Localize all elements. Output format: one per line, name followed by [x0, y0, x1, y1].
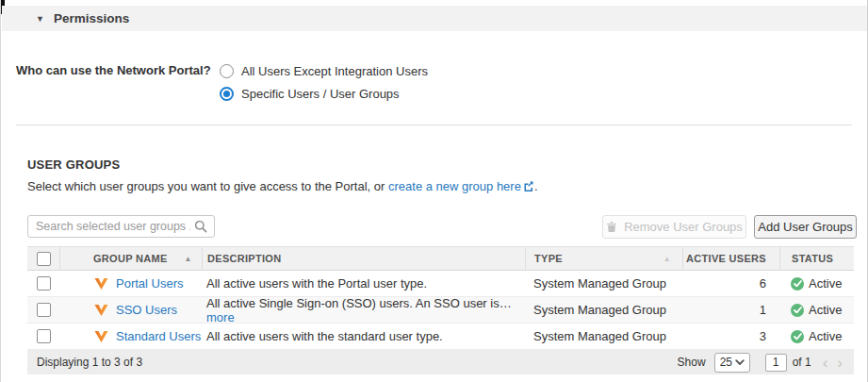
group-name-link[interactable]: Portal Users: [116, 276, 184, 291]
table-row: SSO Users All active Single Sign-on (SSO…: [27, 297, 854, 324]
page-number-input[interactable]: [765, 354, 787, 372]
sort-inactive-icon[interactable]: ▲: [663, 255, 671, 263]
group-name-link[interactable]: Standard Users: [116, 329, 201, 343]
page-size-select[interactable]: 25: [714, 353, 750, 373]
table-row: Standard Users All active users with the…: [27, 324, 854, 350]
group-description: All active users with the standard user …: [206, 329, 443, 343]
radio-option-specific-users-label: Specific Users / User Groups: [241, 87, 400, 101]
type-header-label: TYPE: [534, 253, 563, 264]
radio-option-all-users-label: All Users Except Integration Users: [241, 64, 428, 78]
permissions-panel: ▼ Permissions Who can use the Network Po…: [0, 0, 868, 382]
header-checkbox-cell: [27, 247, 59, 270]
trash-icon: [606, 221, 617, 233]
user-groups-search[interactable]: [27, 215, 215, 238]
permissions-section-header[interactable]: ▼ Permissions: [2, 6, 867, 31]
column-header-status[interactable]: STATUS: [779, 247, 854, 270]
column-header-description[interactable]: DESCRIPTION: [202, 247, 525, 270]
chevron-down-icon: [735, 359, 745, 366]
radio-option-specific-users[interactable]: Specific Users / User Groups: [220, 86, 400, 101]
status-badge: Active: [809, 329, 842, 343]
vena-logo-icon: [94, 277, 108, 291]
sort-asc-icon[interactable]: ▲: [185, 255, 192, 263]
group-active-users: 3: [682, 329, 779, 343]
status-badge: Active: [809, 276, 842, 291]
page-size-value: 25: [720, 356, 732, 369]
add-user-groups-button[interactable]: Add User Groups: [754, 215, 857, 239]
page-of-label: of 1: [793, 356, 811, 369]
radio-unselected-icon[interactable]: [220, 64, 234, 78]
external-link-icon[interactable]: [523, 180, 534, 194]
search-icon[interactable]: [194, 220, 207, 233]
add-user-groups-label: Add User Groups: [758, 220, 852, 234]
status-header-label: STATUS: [792, 253, 833, 264]
table-header-row: GROUP NAME ▲ DESCRIPTION TYPE ▲ ACTIVE U…: [27, 246, 854, 271]
section-title: Permissions: [54, 11, 129, 25]
group-name-header-label: GROUP NAME: [93, 253, 168, 264]
collapse-triangle-icon[interactable]: ▼: [36, 14, 44, 24]
radio-option-all-users[interactable]: All Users Except Integration Users: [220, 63, 428, 78]
description-header-label: DESCRIPTION: [207, 253, 281, 264]
group-active-users: 1: [682, 303, 779, 317]
user-groups-table: GROUP NAME ▲ DESCRIPTION TYPE ▲ ACTIVE U…: [27, 246, 854, 374]
status-active-icon: [791, 277, 804, 291]
group-type: System Managed Group: [525, 276, 682, 291]
active-users-header-label: ACTIVE USERS: [686, 253, 766, 264]
create-group-link[interactable]: create a new group here: [388, 179, 521, 193]
vena-logo-icon: [94, 330, 108, 343]
column-header-group-name[interactable]: GROUP NAME ▲: [59, 247, 202, 270]
group-active-users: 6: [682, 276, 779, 291]
user-groups-intro: Select which user groups you want to giv…: [27, 179, 538, 194]
status-active-icon: [791, 304, 804, 317]
section-divider: [16, 125, 852, 125]
more-link[interactable]: more: [206, 310, 235, 324]
remove-user-groups-button[interactable]: Remove User Groups: [602, 215, 746, 239]
group-description: All active users with the Portal user ty…: [206, 276, 427, 291]
intro-text: Select which user groups you want to giv…: [27, 179, 388, 193]
column-header-type[interactable]: TYPE ▲: [525, 247, 682, 270]
user-groups-title: USER GROUPS: [27, 158, 120, 172]
status-badge: Active: [809, 303, 842, 317]
group-name-link[interactable]: SSO Users: [116, 303, 177, 317]
next-page-icon[interactable]: ›: [837, 355, 843, 371]
group-type: System Managed Group: [525, 329, 682, 343]
group-type: System Managed Group: [525, 303, 682, 317]
select-all-checkbox[interactable]: [37, 252, 51, 266]
vena-logo-icon: [94, 304, 108, 317]
group-description: All active Single Sign-on (SSO) users. A…: [206, 296, 512, 310]
remove-user-groups-label: Remove User Groups: [624, 220, 743, 234]
row-checkbox[interactable]: [37, 303, 51, 317]
row-checkbox[interactable]: [37, 329, 51, 343]
table-footer: Displaying 1 to 3 of 3 Show 25 of 1 ‹ ›: [27, 350, 854, 374]
column-header-active-users[interactable]: ACTIVE USERS: [682, 247, 779, 270]
intro-period: .: [534, 179, 538, 193]
question-label: Who can use the Network Portal?: [16, 63, 211, 77]
status-active-icon: [791, 330, 804, 343]
displaying-count: Displaying 1 to 3 of 3: [37, 356, 142, 369]
previous-page-icon[interactable]: ‹: [823, 355, 828, 371]
table-row: Portal Users All active users with the P…: [27, 271, 854, 297]
radio-selected-icon[interactable]: [220, 87, 234, 101]
show-label: Show: [678, 356, 706, 369]
search-input[interactable]: [28, 220, 194, 233]
row-checkbox[interactable]: [37, 276, 51, 291]
